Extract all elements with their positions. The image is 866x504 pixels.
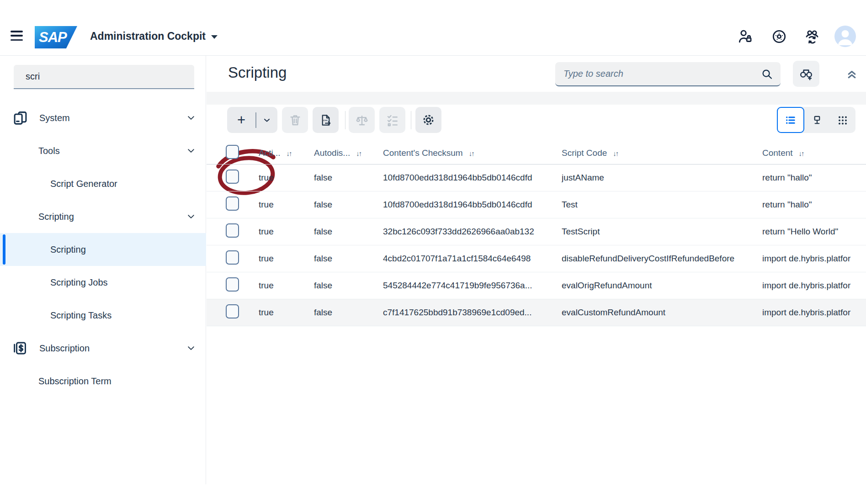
sidebar-item-scripting-tasks[interactable]: Scripting Tasks [0,299,206,332]
row-checkbox[interactable] [226,196,239,211]
column-header-active[interactable]: Acti...↓↑ [259,148,314,158]
column-header-content[interactable]: Content↓↑ [762,148,866,158]
column-header-checksum[interactable]: Content's Checksum↓↑ [383,148,562,158]
advanced-search-button[interactable] [793,61,819,87]
user-switch-icon[interactable] [803,28,821,45]
sort-icon[interactable]: ↓↑ [356,149,361,157]
user-lock-icon[interactable] [737,28,754,45]
column-header-autodisable[interactable]: Autodis...↓↑ [314,148,383,158]
cell-active: true [259,308,314,318]
list-view-button[interactable] [777,107,804,133]
sidebar-item-label: System [39,113,70,123]
chevron-down-icon [186,146,196,155]
list-view-icon [784,113,797,127]
sidebar-search-input[interactable] [14,65,194,89]
trash-icon [288,113,302,127]
cell-checksum: 4cbd2c01707f1a71a1cf1584c64e6498 [383,254,562,264]
cell-script-code: disableRefundDeliveryCostIfRefundedBefor… [562,254,762,264]
table-row[interactable]: truefalse4cbd2c01707f1a71a1cf1584c64e649… [207,245,866,272]
cell-content: import de.hybris.platfor [762,281,866,291]
sidebar-item-scripting[interactable]: Scripting [0,233,206,266]
balance-scale-icon [355,113,369,127]
select-all-checkbox[interactable] [226,145,239,159]
cell-content: import de.hybris.platfor [762,254,866,264]
cell-script-code: TestScript [562,227,762,237]
sidebar-item-label: Scripting [38,212,74,222]
sort-icon[interactable]: ↓↑ [287,149,292,157]
sidebar-item-label: Script Generator [50,179,117,189]
chevron-down-icon [211,35,218,39]
appearance-icon[interactable] [770,28,788,45]
table-row[interactable]: truefalse10fd8700edd318d1964bb5db0146cdf… [207,191,866,218]
sidebar-item-tools[interactable]: Tools [0,134,206,167]
row-checkbox[interactable] [226,170,239,184]
table-row[interactable]: truefalse32bc126c093f733dd2626966aa0ab13… [207,218,866,245]
table-row[interactable]: truefalse545284442e774c41719b9fe956736a.… [207,272,866,299]
sort-icon[interactable]: ↓↑ [469,149,474,157]
add-button[interactable]: + [227,107,277,133]
cell-autodisable: false [314,227,383,237]
sort-icon[interactable]: ↓↑ [613,149,618,157]
administration-cockpit-app: SAP Administration Cockpit [0,0,866,504]
cell-checksum: 32bc126c093f733dd2626966aa0ab132 [383,227,562,237]
sidebar-item-subscription-term[interactable]: Subscription Term [0,365,206,398]
row-checkbox[interactable] [226,304,239,318]
system-icon [12,110,28,126]
sap-logo[interactable]: SAP [35,26,77,48]
table-row[interactable]: truefalse10fd8700edd318d1964bb5db0146cdf… [207,164,866,191]
cell-autodisable: false [314,281,383,291]
collapse-header-button[interactable] [843,65,861,83]
cell-checksum: 10fd8700edd318d1964bb5db0146cdfd [383,200,562,210]
grid-view-button[interactable] [830,107,855,133]
grid-view-icon [836,114,849,127]
collapse-icon [845,67,859,81]
toolbar-divider [345,111,345,129]
sidebar-item-label: Scripting Tasks [50,310,112,321]
cell-active: true [259,254,314,264]
search-input[interactable] [555,62,765,85]
hamburger-menu-icon[interactable] [11,31,23,41]
settings-button[interactable] [415,107,441,133]
cell-active: true [259,281,314,291]
cell-content: import de.hybris.platfor [762,308,866,318]
chevron-down-icon [186,113,196,122]
cell-active: true [259,200,314,210]
cell-checksum: 545284442e774c41719b9fe956736a... [383,281,562,291]
row-checkbox[interactable] [226,250,239,265]
tree-view-button[interactable] [804,107,830,133]
sidebar-item-system[interactable]: System [0,101,206,134]
cell-autodisable: false [314,254,383,264]
row-checkbox[interactable] [226,277,239,292]
bulk-edit-button [379,107,405,133]
add-dropdown-chevron-icon[interactable] [256,116,277,125]
avatar[interactable] [834,26,856,47]
app-title-menu[interactable]: Administration Cockpit [90,30,218,42]
main-content: Scripting [207,56,866,504]
sidebar-item-label: Scripting Jobs [50,277,108,288]
export-csv-button[interactable]: csv [313,107,339,133]
row-checkbox[interactable] [226,223,239,238]
subscription-icon [12,340,28,356]
sidebar-item-label: Subscription [39,343,90,354]
sidebar-item-subscription[interactable]: Subscription [0,332,206,365]
plus-icon: + [227,107,255,133]
top-header: SAP Administration Cockpit [0,0,866,56]
export-csv-icon: csv [319,113,333,127]
sidebar: SystemToolsScript GeneratorScriptingScri… [0,56,206,484]
column-header-script-code[interactable]: Script Code↓↑ [562,148,762,158]
sidebar-item-script-generator[interactable]: Script Generator [0,167,206,200]
cell-checksum: c7f1417625bbd91b738969e1cd09ed... [383,308,562,318]
table-row[interactable]: truefalsec7f1417625bbd91b738969e1cd09ed.… [207,299,866,326]
sort-icon[interactable]: ↓↑ [799,149,804,157]
sidebar-item-scripting[interactable]: Scripting [0,200,206,233]
view-switcher [777,107,855,133]
cell-autodisable: false [314,200,383,210]
scripts-table: Acti...↓↑ Autodis...↓↑ Content's Checksu… [207,142,866,326]
section-divider [207,92,866,105]
cell-script-code: Test [562,200,762,210]
sap-logo-text: SAP [39,29,67,46]
sidebar-item-scripting-jobs[interactable]: Scripting Jobs [0,266,206,299]
compare-button [349,107,375,133]
search-icon[interactable] [761,68,773,80]
sidebar-item-label: Scripting [50,244,86,255]
